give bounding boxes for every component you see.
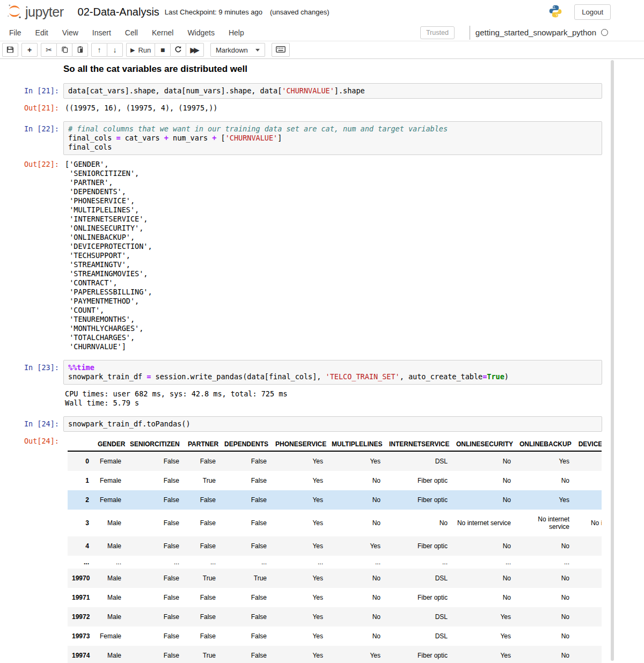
table-cell: No <box>452 536 515 556</box>
copy-icon <box>61 46 68 55</box>
table-cell: No <box>515 627 574 646</box>
plus-icon: + <box>27 46 32 54</box>
column-header: GENDER <box>93 438 126 451</box>
kernel-separator <box>470 26 470 40</box>
logout-button[interactable]: Logout <box>574 4 611 20</box>
code-editor[interactable]: snowpark_train_df.toPandas() <box>63 416 602 432</box>
table-row: .............................. <box>68 556 602 569</box>
code-cell-23[interactable]: In [23]: %%time snowpark_train_df = sess… <box>0 360 644 385</box>
table-cell: No <box>515 588 574 607</box>
paste-cell-button[interactable] <box>72 43 88 57</box>
notebook-title[interactable]: 02-Data-Analysis <box>78 6 159 18</box>
code-editor[interactable]: # final columns that we want in our trai… <box>63 121 602 155</box>
table-cell <box>574 627 602 646</box>
table-cell: Male <box>93 607 126 627</box>
table-cell: No <box>515 569 574 588</box>
add-cell-button[interactable]: + <box>21 43 38 57</box>
restart-run-all-button[interactable]: ▶▶ <box>186 43 204 57</box>
table-cell: False <box>126 510 184 536</box>
fast-forward-icon: ▶▶ <box>190 46 200 54</box>
cut-cell-button[interactable]: ✂ <box>41 43 57 57</box>
menu-item-insert[interactable]: Insert <box>85 25 118 41</box>
table-cell: Fiber optic <box>385 471 452 490</box>
table-cell: False <box>126 536 184 556</box>
table-cell: No <box>327 471 385 490</box>
cell-type-select[interactable]: Markdown <box>210 43 265 57</box>
code-editor[interactable]: data[cat_vars].shape, data[num_vars].sha… <box>63 83 602 99</box>
notebook-scrollbar[interactable] <box>611 60 614 661</box>
table-cell: True <box>184 471 220 490</box>
table-cell: No <box>327 588 385 607</box>
restart-kernel-button[interactable] <box>170 43 186 57</box>
table-cell: Yes <box>271 451 327 471</box>
table-cell: No internet service <box>452 510 515 536</box>
table-cell: ... <box>93 556 126 569</box>
table-cell: Yes <box>271 471 327 490</box>
row-index: 3 <box>68 510 93 536</box>
table-cell: No <box>452 588 515 607</box>
menu-item-kernel[interactable]: Kernel <box>145 25 180 41</box>
command-palette-button[interactable] <box>272 43 290 57</box>
output-area-24: Out[24]: GENDERSENIORCITIZENPARTNERDEPEN… <box>0 433 644 663</box>
move-cell-down-button[interactable]: ↓ <box>107 43 123 57</box>
menu-item-widgets[interactable]: Widgets <box>180 25 222 41</box>
row-index: 19974 <box>68 646 93 663</box>
table-cell: False <box>184 451 220 471</box>
input-prompt: In [23]: <box>0 360 59 372</box>
table-cell: No internet service <box>515 510 574 536</box>
table-cell: Yes <box>271 627 327 646</box>
out24-dataframe: GENDERSENIORCITIZENPARTNERDEPENDENTSPHON… <box>68 438 602 663</box>
output-prompt-empty <box>0 386 59 389</box>
jupyter-logo-icon <box>6 3 23 21</box>
jupyter-logo[interactable]: jupyter <box>6 3 64 21</box>
table-cell: False <box>220 510 271 536</box>
table-cell: False <box>220 451 271 471</box>
column-header: INTERNETSERVICE <box>385 438 452 451</box>
save-button[interactable] <box>2 43 18 57</box>
code-cell-22[interactable]: In [22]: # final columns that we want in… <box>0 121 644 155</box>
stop-icon: ■ <box>160 46 165 54</box>
table-cell: Female <box>93 490 126 510</box>
table-row: 19971MaleFalseFalseFalseYesNoFiber optic… <box>68 588 602 607</box>
output-text: ((19975, 16), (19975, 4), (19975,)) <box>63 100 602 113</box>
move-button-group: ↑ ↓ <box>91 43 123 57</box>
table-cell: True <box>184 569 220 588</box>
move-cell-up-button[interactable]: ↑ <box>91 43 107 57</box>
table-cell: No <box>515 536 574 556</box>
copy-cell-button[interactable] <box>56 43 72 57</box>
output-text: ['GENDER', 'SENIORCITIZEN', 'PARTNER', '… <box>63 157 602 351</box>
run-button[interactable]: ▶ Run <box>126 43 155 57</box>
markdown-heading: So all the cat variables are distributed… <box>63 64 602 75</box>
row-index: 19971 <box>68 588 93 607</box>
table-cell: Yes <box>327 646 385 663</box>
markdown-cell[interactable]: So all the cat variables are distributed… <box>63 64 602 75</box>
column-header: PHONESERVICE <box>271 438 327 451</box>
menu-item-view[interactable]: View <box>55 25 85 41</box>
table-cell: Yes <box>452 627 515 646</box>
input-prompt: In [24]: <box>0 416 59 428</box>
column-header: DEVICEPROTECTION <box>574 438 602 451</box>
menu-item-file[interactable]: File <box>2 25 28 41</box>
table-cell: Female <box>93 627 126 646</box>
table-cell: False <box>184 588 220 607</box>
menu-item-edit[interactable]: Edit <box>28 25 55 41</box>
interrupt-kernel-button[interactable]: ■ <box>155 43 171 57</box>
column-header: ONLINESECURITY <box>452 438 515 451</box>
table-cell: Yes <box>327 536 385 556</box>
table-cell: Male <box>93 569 126 588</box>
code-cell-24[interactable]: In [24]: snowpark_train_df.toPandas() <box>0 416 644 432</box>
row-index: 19973 <box>68 627 93 646</box>
table-cell: No <box>327 627 385 646</box>
trusted-badge[interactable]: Trusted <box>420 26 455 39</box>
table-cell: False <box>126 646 184 663</box>
code-editor[interactable]: %%time snowpark_train_df = session.write… <box>63 360 602 385</box>
table-cell: False <box>220 607 271 627</box>
code-cell-21[interactable]: In [21]: data[cat_vars].shape, data[num_… <box>0 83 644 99</box>
menu-item-cell[interactable]: Cell <box>118 25 145 41</box>
table-row: 4MaleFalseFalseFalseYesYesFiber opticNoN… <box>68 536 602 556</box>
table-cell: False <box>184 536 220 556</box>
menu-item-help[interactable]: Help <box>222 25 251 41</box>
table-cell: Male <box>93 588 126 607</box>
table-cell: False <box>220 646 271 663</box>
table-cell: No <box>452 451 515 471</box>
